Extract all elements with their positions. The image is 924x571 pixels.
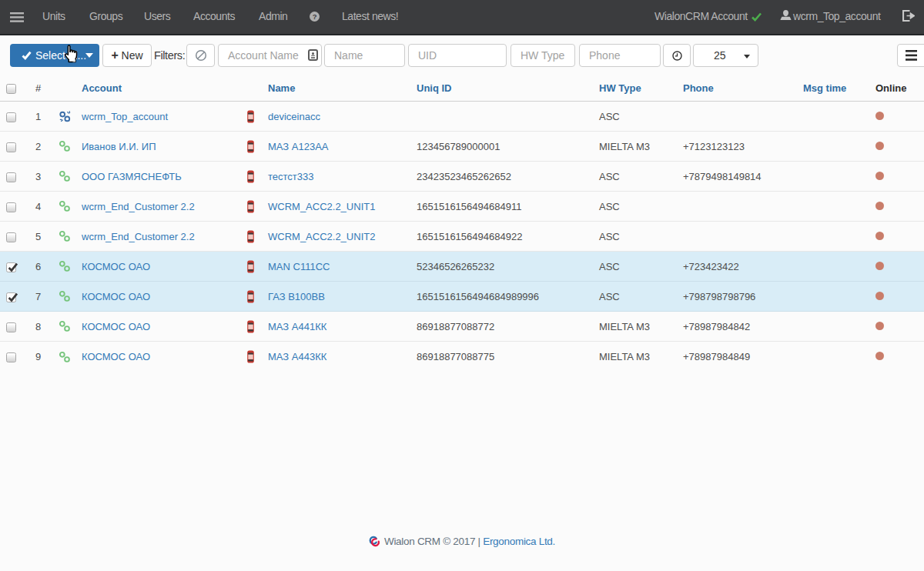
svg-text:?: ?: [313, 12, 317, 21]
